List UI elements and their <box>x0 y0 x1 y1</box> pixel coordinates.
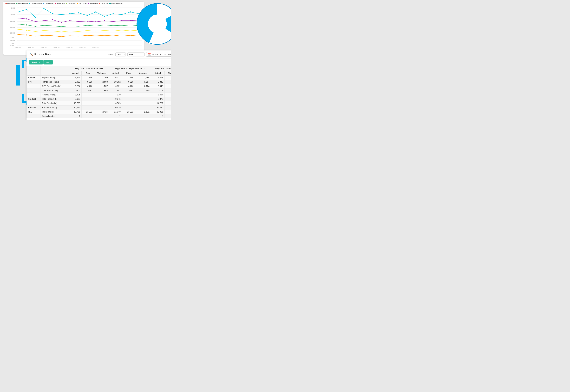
col-header-cat: - <box>27 66 41 76</box>
date-badge: 📅 18 Sep 2023 - Live <box>146 52 171 56</box>
svg-point-39 <box>70 20 70 21</box>
next-button-top[interactable]: Next <box>43 60 53 65</box>
legend-dot-cpp-headfeed <box>43 3 44 4</box>
calendar-icon: 📅 <box>148 53 151 56</box>
shift-dropdown[interactable]: Shift <box>127 53 144 56</box>
svg-point-56 <box>17 34 18 35</box>
legend-bypass: Bypass Total <box>5 3 15 4</box>
svg-text:30,000: 30,000 <box>10 27 15 29</box>
svg-text:22 Aug 2023: 22 Aug 2023 <box>28 47 34 48</box>
page-title: Production <box>34 53 51 56</box>
legend-dot-total-product <box>66 3 67 4</box>
svg-text:45,000: 45,000 <box>10 7 15 9</box>
svg-point-34 <box>26 18 27 19</box>
svg-point-37 <box>52 19 53 20</box>
svg-text:27 Aug 2023: 27 Aug 2023 <box>92 47 99 48</box>
svg-point-49 <box>26 25 27 26</box>
svg-point-22 <box>52 13 53 14</box>
svg-text:40,000: 40,000 <box>10 14 15 16</box>
table-row: ReclaimReclaim Total (t)10,34210,91939,4… <box>27 106 171 110</box>
prev-button-top[interactable]: Previous <box>29 60 43 65</box>
svg-point-33 <box>17 17 18 18</box>
svg-point-40 <box>78 21 79 22</box>
header-controls: Labels: Left Shift 📅 18 Sep 2023 - Live <box>107 52 171 56</box>
svg-point-29 <box>112 13 113 14</box>
legend-label-cpp-headfeed: CPP Headfeed <box>45 3 54 4</box>
shift-select-wrapper[interactable]: Shift <box>127 53 144 56</box>
legend-draper: Draper Total <box>99 3 108 4</box>
legend-dot-thermo <box>109 3 111 4</box>
legend-thermo: Thermo-Launched <box>109 3 122 4</box>
legend-label-bypass: Bypass Total <box>7 3 15 4</box>
th-day18-actual: Actual <box>151 71 165 76</box>
svg-point-57 <box>26 34 27 35</box>
table-row: Total Crushed (t)16,73316,50514,722 <box>27 101 171 106</box>
svg-text:35,000: 35,000 <box>10 21 15 23</box>
col-group-day18: Day shift 18 Sep <box>151 66 171 71</box>
svg-point-46 <box>130 20 131 21</box>
legend-label-rejects: Rejects Total <box>57 3 65 4</box>
svg-point-54 <box>26 29 27 31</box>
table-row: CPP Yield ad (%)66.469.2-2.865.769.2-3.5… <box>27 88 171 93</box>
legend-dot-cpp-product <box>29 3 30 4</box>
svg-point-43 <box>104 20 105 21</box>
col-group-night17: Night shift 17 September 2023 <box>109 66 151 71</box>
svg-text:26 Aug 2023: 26 Aug 2023 <box>80 47 86 48</box>
table-card: 🔨 Production Labels: Left Shift 📅 18 Sep… <box>27 50 171 120</box>
th-day17-variance: Variance <box>94 71 109 76</box>
svg-point-20 <box>35 17 36 18</box>
chart-legend: Bypass Total Plant Feed Total CPP Produc… <box>3 2 144 5</box>
svg-text:25,000: 25,000 <box>10 32 15 34</box>
data-table: - - Day shift 17 September 2023 Night sh… <box>27 66 171 118</box>
svg-text:21 Aug 2023: 21 Aug 2023 <box>15 47 22 48</box>
table-row: BypassBypass Total (t)7,2977,396-996,112… <box>27 76 171 80</box>
legend-dot-rejects <box>55 3 56 4</box>
th-day17-actual: Actual <box>69 71 82 76</box>
table-row: CPPPlant Feed Total (t)9,4366,8282,60810… <box>27 80 171 84</box>
legend-dot-reclaim <box>88 3 89 4</box>
side-bar-left <box>16 65 20 85</box>
svg-text:23 Aug 2023: 23 Aug 2023 <box>41 47 47 48</box>
table-row: TLOTrain Total (t)10,78613,212-2,42611,0… <box>27 110 171 114</box>
labels-select-wrapper[interactable]: Left <box>115 53 126 56</box>
legend-reclaim: Reclaim Total <box>88 3 98 4</box>
svg-text:10,000: 10,000 <box>10 42 15 44</box>
legend-plant-feed: Plant Feed Total <box>16 3 28 4</box>
svg-point-25 <box>78 12 79 13</box>
legend-cpp-product: CPP Product Total <box>29 3 42 4</box>
line-chart: 45,000 40,000 35,000 30,000 25,000 20,00… <box>10 5 142 48</box>
table-row: ProductTotal Product (t)9,6869,2458,370 <box>27 97 171 101</box>
svg-point-27 <box>95 12 96 13</box>
svg-point-23 <box>61 14 62 15</box>
chart-card: Bypass Total Plant Feed Total CPP Produc… <box>3 2 144 55</box>
chart-area: 45,000 40,000 35,000 30,000 25,000 20,00… <box>3 5 144 50</box>
svg-point-36 <box>43 20 44 21</box>
table-wrapper: - - Day shift 17 September 2023 Night sh… <box>27 66 171 118</box>
svg-point-24 <box>70 13 70 14</box>
legend-cpp-headfeed: CPP Headfeed <box>43 3 54 4</box>
svg-point-38 <box>61 22 62 23</box>
legend-label-reclaim: Reclaim Total <box>90 3 98 4</box>
svg-point-26 <box>87 15 88 16</box>
hammer-icon: 🔨 <box>29 53 33 56</box>
svg-text:5,000: 5,000 <box>10 45 14 46</box>
svg-text:15,000: 15,000 <box>10 40 15 42</box>
svg-point-28 <box>104 16 105 17</box>
legend-label-cpp-product: CPP Product Total <box>31 3 42 4</box>
legend-dot-plant-feed <box>16 3 17 4</box>
labels-dropdown[interactable]: Left <box>115 53 126 56</box>
table-row: CPP Product Total (t)6,2644,7261,5376,83… <box>27 84 171 88</box>
card-header: 🔨 Production Labels: Left Shift 📅 18 Sep… <box>27 50 171 58</box>
legend-label-total-product: Total Product <box>68 3 76 4</box>
legend-label-total-crushed: Total Crushed <box>79 3 87 4</box>
legend-dot-bypass <box>5 3 7 4</box>
th-night17-variance: Variance <box>135 71 151 76</box>
top-pagination: Previous Next <box>27 58 171 66</box>
svg-point-30 <box>121 14 122 15</box>
svg-point-18 <box>17 12 18 13</box>
svg-point-31 <box>130 12 131 13</box>
svg-point-45 <box>121 20 122 21</box>
svg-point-19 <box>26 9 27 10</box>
svg-point-42 <box>95 21 96 22</box>
table-row: Trains Loaded113 <box>27 114 171 118</box>
